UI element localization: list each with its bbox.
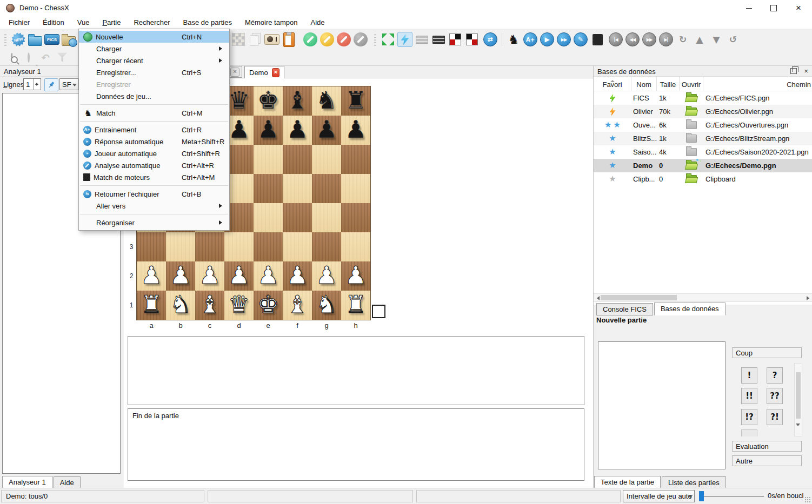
favorite-cell[interactable]: ★★	[594, 121, 631, 129]
square-g5[interactable]	[312, 174, 341, 203]
paste-icon[interactable]	[281, 32, 296, 47]
square-h8[interactable]: ♜	[341, 86, 370, 116]
minimize-button[interactable]	[736, 0, 761, 16]
goto-last-icon[interactable]: ▶|	[658, 32, 674, 47]
game-text-editor[interactable]	[598, 341, 726, 469]
auto-analysis-icon[interactable]: ✎	[573, 32, 588, 47]
annotation-button-partial[interactable]	[741, 429, 757, 436]
column-header-chemin[interactable]: Chemin	[703, 77, 812, 91]
pen-red-icon[interactable]	[336, 32, 351, 47]
menu-item-nouvelle[interactable]: NouvelleCtrl+N	[79, 31, 229, 43]
wall-dark-icon[interactable]	[431, 32, 446, 47]
square-g4[interactable]	[312, 203, 341, 232]
menu-item-enregistrer-[interactable]: Enregistrer...Ctrl+S	[79, 66, 229, 78]
favorite-cell[interactable]: ★	[594, 162, 631, 170]
square-f3[interactable]	[283, 232, 312, 261]
square-c3[interactable]	[195, 232, 224, 261]
folder-open-new-icon[interactable]	[686, 162, 697, 170]
resize-grip[interactable]	[804, 496, 810, 502]
tab-bases-de-donn-es[interactable]: Bases de données	[654, 303, 726, 315]
open-web-database-icon[interactable]	[61, 32, 76, 47]
copy-icon[interactable]	[248, 32, 263, 47]
engine-select[interactable]: SF	[59, 78, 78, 90]
undo-icon[interactable]: ↺	[726, 32, 741, 47]
annotation-button-0[interactable]: !	[741, 367, 757, 384]
square-e5[interactable]	[254, 174, 283, 203]
table-row[interactable]: Olivier70kG:/Echecs/Olivier.pgn	[594, 105, 812, 118]
square-b1[interactable]: ♞	[166, 291, 195, 320]
square-g7[interactable]: ♟	[312, 116, 341, 145]
open-cell[interactable]	[680, 148, 703, 156]
toolbar-grip[interactable]	[4, 33, 6, 46]
menubar-item-base-de-parties[interactable]: Base de parties	[177, 17, 238, 28]
column-header-ouvrir[interactable]: Ouvrir	[680, 77, 703, 91]
favorite-cell[interactable]: ★	[594, 135, 631, 143]
interval-slider[interactable]	[699, 490, 765, 502]
square-a2[interactable]: ♟	[137, 261, 166, 291]
square-f1[interactable]: ♝	[283, 291, 312, 320]
square-g6[interactable]	[312, 145, 341, 174]
column-header-nom[interactable]: Nom	[631, 77, 657, 91]
square-a3[interactable]	[137, 232, 166, 261]
menubar-item-aide[interactable]: Aide	[304, 17, 331, 28]
demo-game-tab[interactable]: Demo ×	[244, 66, 284, 78]
folder-open-icon[interactable]	[686, 175, 697, 183]
close-panel-icon[interactable]: ×	[804, 67, 808, 75]
filter-reset-icon[interactable]: ↶	[38, 50, 53, 65]
annotation-button-3[interactable]: ??	[767, 388, 783, 404]
square-h5[interactable]	[341, 174, 370, 203]
table-row[interactable]: ★Clipb...0Clipboard	[594, 172, 812, 186]
drag-square[interactable]	[372, 305, 385, 318]
square-e1[interactable]: ♚	[254, 291, 283, 320]
menu-item-charger[interactable]: Charger	[79, 43, 229, 55]
square-e6[interactable]	[254, 145, 283, 174]
menu-item-retourner-l-chiquier[interactable]: ⇆Retourner l'échiquierCtrl+B	[79, 188, 229, 200]
close-tab-icon[interactable]: ×	[272, 68, 279, 77]
menu-item-donn-es-de-jeu-[interactable]: Données de jeu...	[79, 90, 229, 102]
table-row[interactable]: ★Demo0G:/Echecs/Demo.pgn	[594, 159, 812, 172]
square-g1[interactable]: ♞	[312, 291, 341, 320]
square-f8[interactable]: ♝	[283, 86, 312, 116]
square-f6[interactable]	[283, 145, 312, 174]
engine-chip-icon[interactable]	[590, 32, 605, 47]
menu-item-match[interactable]: ♞MatchCtrl+M	[79, 107, 229, 119]
folder-closed-icon[interactable]	[686, 121, 697, 129]
scrollbar-thumb[interactable]	[601, 295, 677, 300]
square-b3[interactable]	[166, 232, 195, 261]
column-header-taille[interactable]: Taille	[657, 77, 680, 91]
fullscreen-icon[interactable]	[381, 32, 396, 47]
checker-b-icon[interactable]	[464, 32, 480, 47]
square-g3[interactable]	[312, 232, 341, 261]
square-e2[interactable]: ♟	[254, 261, 283, 291]
horizontal-scrollbar[interactable]	[594, 293, 812, 302]
evaluation-group-button[interactable]: Evaluation	[732, 441, 802, 452]
auto-play-interval-select[interactable]: Intervalle de jeu auto :	[623, 490, 695, 502]
close-tab-icon[interactable]: ×	[230, 68, 239, 77]
float-panel-icon[interactable]	[790, 68, 797, 74]
square-e7[interactable]: ♟	[254, 116, 283, 145]
square-f7[interactable]: ♟	[283, 116, 312, 145]
open-cell[interactable]	[680, 107, 703, 116]
pen-green-icon[interactable]	[303, 32, 318, 47]
square-e8[interactable]: ♚	[254, 86, 283, 116]
fics-console-icon[interactable]: FICS	[44, 32, 59, 47]
match-icon[interactable]: ♞	[506, 32, 521, 47]
favorite-cell[interactable]: ★	[594, 175, 631, 183]
table-header[interactable]: FavoriNomTailleOuvrirChemin	[594, 77, 812, 91]
annotation-button-5[interactable]: ?!	[767, 409, 783, 425]
goto-first-icon[interactable]: |◀	[608, 32, 623, 47]
menu-item-r-organiser[interactable]: Réorganiser	[79, 217, 229, 229]
tab-liste-des-parties[interactable]: Liste des parties	[662, 476, 726, 489]
notation-box[interactable]	[128, 336, 584, 405]
pen-yellow-icon[interactable]	[320, 32, 335, 47]
lines-spinner[interactable]: 1	[23, 78, 41, 90]
menu-item-charger-r-cent[interactable]: Charger récent	[79, 55, 229, 66]
slider-handle[interactable]	[699, 491, 704, 501]
menubar-item-partie[interactable]: Partie	[96, 17, 127, 28]
menu-item-r-ponse-automatique[interactable]: ▸Réponse automatiqueMeta+Shift+R	[79, 136, 229, 147]
rewind-icon[interactable]: ◀◀	[625, 32, 640, 47]
coup-group-button[interactable]: Coup	[732, 347, 802, 358]
annotation-button-1[interactable]: ?	[767, 367, 783, 384]
menubar-item-vue[interactable]: Vue	[71, 17, 96, 28]
open-cell[interactable]	[680, 94, 703, 102]
